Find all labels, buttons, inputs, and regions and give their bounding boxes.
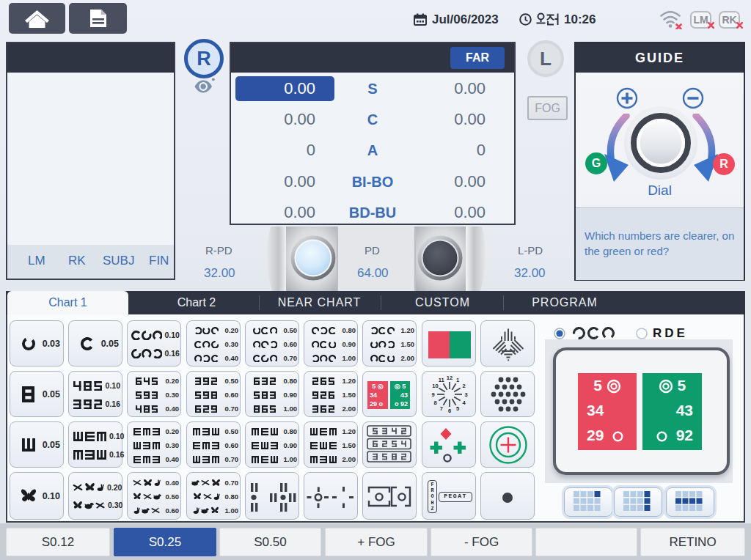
svg-text:11: 11 <box>439 377 444 383</box>
svg-text:4: 4 <box>462 399 466 406</box>
svg-text:3: 3 <box>464 391 467 398</box>
svg-text:7: 7 <box>440 405 443 412</box>
svg-text:10: 10 <box>432 383 438 389</box>
svg-text:2: 2 <box>462 383 465 389</box>
svg-text:9: 9 <box>431 391 434 398</box>
svg-text:5: 5 <box>456 405 459 412</box>
svg-text:6: 6 <box>448 408 451 414</box>
svg-text:12: 12 <box>447 375 453 381</box>
svg-text:8: 8 <box>433 399 436 406</box>
svg-text:1: 1 <box>456 377 459 383</box>
